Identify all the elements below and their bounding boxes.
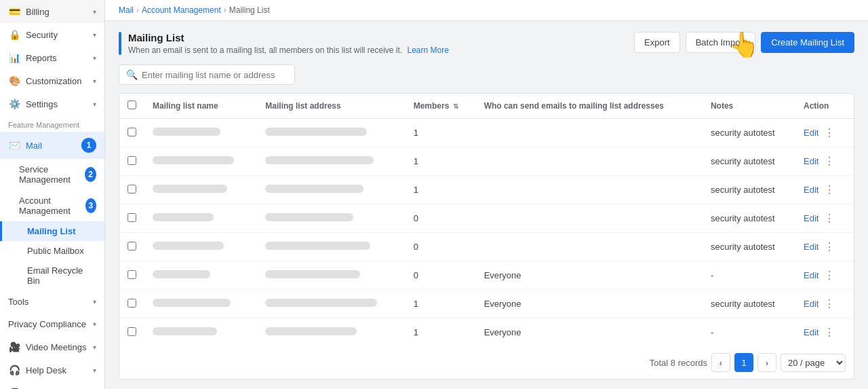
billing-icon: 💳 [8,6,20,17]
header-notes: Notes [703,94,795,119]
table-body: 1 security autotest Edit ⋮ 1 security au… [119,119,854,347]
learn-more-link[interactable]: Learn More [408,45,449,55]
row-checkbox[interactable] [127,270,136,279]
sort-icon-members[interactable]: ⇅ [453,103,458,110]
more-options-icon[interactable]: ⋮ [821,125,837,141]
edit-link[interactable]: Edit [804,270,818,280]
row-mailing-list-name [144,318,257,347]
sidebar-label-video: Video Meetings [26,342,86,352]
create-mailing-list-button[interactable]: Create Mailing List [761,32,854,53]
prev-page-button[interactable]: ‹ [711,353,730,372]
select-all-checkbox[interactable] [127,100,136,109]
row-action: Edit ⋮ [795,261,854,290]
row-checkbox[interactable] [127,327,136,336]
sidebar-item-email-recycle-bin[interactable]: Email Recycle Bin [0,261,104,291]
row-who-can-send [476,147,703,176]
batch-import-button[interactable]: Batch Import [686,32,756,53]
sidebar-item-security[interactable]: 🔒 Security ▾ [0,23,104,46]
table: Mailing list name Mailing list address M… [119,94,854,346]
sidebar-label-tools: Tools [8,297,28,307]
row-checkbox[interactable] [127,299,136,308]
more-options-icon[interactable]: ⋮ [821,182,837,198]
sidebar-item-customization[interactable]: 🎨 Customization ▾ [0,69,104,92]
sidebar-item-public-mailbox[interactable]: Public Mailbox [0,241,104,261]
row-notes: security autotest [703,147,795,176]
more-options-icon[interactable]: ⋮ [821,239,837,255]
edit-link[interactable]: Edit [804,128,818,138]
sidebar-item-billing[interactable]: 💳 Billing ▾ [0,0,104,23]
row-checkbox[interactable] [127,156,136,165]
row-action: Edit ⋮ [795,204,854,233]
more-options-icon[interactable]: ⋮ [821,267,837,283]
next-page-button[interactable]: › [757,353,776,372]
table-row: 1 Everyone - Edit ⋮ [119,318,854,347]
per-page-select[interactable]: 20 / page50 / page100 / page [781,354,846,372]
row-action: Edit ⋮ [795,147,854,176]
row-mailing-list-address [257,233,405,261]
edit-link[interactable]: Edit [804,185,818,195]
row-notes: security autotest [703,290,795,318]
row-checkbox[interactable] [127,185,136,193]
mailing-list-label: Mailing List [27,226,76,236]
sidebar-item-privacy-compliance[interactable]: Privacy Compliance ▾ [0,313,104,335]
more-options-icon[interactable]: ⋮ [821,210,837,226]
breadcrumb-current: Mailing List [229,5,270,15]
edit-link[interactable]: Edit [804,156,818,166]
table-row: 0 security autotest Edit ⋮ [119,204,854,233]
sidebar-label-customization: Customization [26,76,81,86]
row-checkbox-cell [119,318,144,347]
breadcrumb-sep-2: › [224,5,226,15]
row-checkbox[interactable] [127,242,136,251]
edit-link[interactable]: Edit [804,299,818,309]
edit-link[interactable]: Edit [804,213,818,223]
page-title-section: Mailing List When an email is sent to a … [119,32,449,55]
sidebar-item-video-meetings[interactable]: 🎥 Video Meetings ▾ [0,335,104,358]
edit-link[interactable]: Edit [804,242,818,252]
sidebar-item-tools[interactable]: Tools ▾ [0,291,104,313]
table-row: 1 security autotest Edit ⋮ [119,147,854,176]
row-checkbox-cell [119,204,144,233]
export-button[interactable]: Export [634,32,680,53]
breadcrumb-mail[interactable]: Mail [119,5,134,15]
sidebar-item-reports[interactable]: 📊 Reports ▾ [0,46,104,69]
sidebar-item-messenger[interactable]: 💬 Messenger ▾ [0,382,104,389]
mail-icon: ✉️ [8,140,20,151]
row-members: 0 [406,261,476,290]
row-who-can-send: Everyone [476,261,703,290]
sidebar-item-service-management[interactable]: Service Management 2 [0,159,104,190]
sidebar-item-settings[interactable]: ⚙️ Settings ▾ [0,92,104,115]
more-options-icon[interactable]: ⋮ [821,153,837,169]
sidebar-label-settings: Settings [26,99,58,109]
more-options-icon[interactable]: ⋮ [821,325,837,340]
row-mailing-list-name [144,261,257,290]
row-notes: security autotest [703,176,795,204]
feature-management-section-label: Feature Management [0,115,104,132]
row-members: 1 [406,147,476,176]
row-checkbox[interactable] [127,213,136,222]
help-desk-icon: 🎧 [8,365,20,375]
breadcrumb-account-mgmt[interactable]: Account Management [142,5,221,15]
row-notes: - [703,261,795,290]
search-icon: 🔍 [126,69,138,80]
header-mailing-list-address: Mailing list address [257,94,405,119]
sidebar-item-help-desk[interactable]: 🎧 Help Desk ▾ [0,358,104,382]
edit-link[interactable]: Edit [804,327,818,337]
title-text-section: Mailing List When an email is sent to a … [128,32,449,55]
more-options-icon[interactable]: ⋮ [821,296,837,312]
sidebar-item-mailing-list[interactable]: Mailing List [0,221,104,241]
sidebar-item-mail[interactable]: ✉️ Mail 1 [0,132,104,159]
search-input[interactable] [142,70,288,80]
chevron-privacy: ▾ [93,320,96,328]
sidebar-item-account-management[interactable]: Account Management 3 [0,190,104,221]
page-1-button[interactable]: 1 [734,353,753,372]
row-checkbox[interactable] [127,128,136,136]
row-mailing-list-address [257,147,405,176]
header-actions: Export Batch Import Create Mailing List [634,32,854,53]
pagination-total: Total 8 records [650,358,707,368]
row-mailing-list-address [257,318,405,347]
row-checkbox-cell [119,261,144,290]
content-area: Mailing List When an email is sent to a … [105,21,868,389]
row-notes: security autotest [703,119,795,147]
service-mgmt-badge: 2 [85,167,96,182]
sidebar-label-privacy: Privacy Compliance [8,319,86,329]
